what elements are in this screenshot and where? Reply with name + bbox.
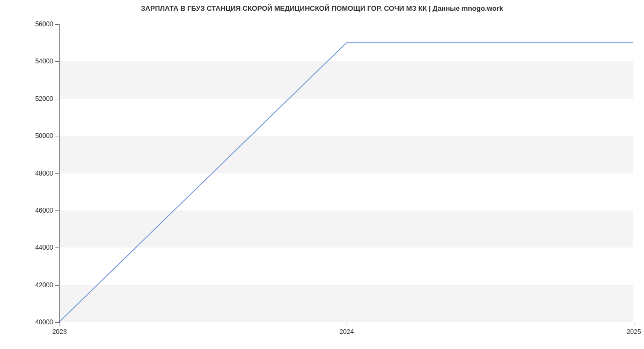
y-tick <box>55 136 60 136</box>
y-tick-label: 44000 <box>35 244 53 251</box>
x-tick-label: 2024 <box>340 328 354 336</box>
x-tick <box>60 322 60 326</box>
y-tick-label: 48000 <box>35 170 53 177</box>
y-tick-label: 40000 <box>35 318 53 326</box>
y-tick-label: 42000 <box>35 281 53 289</box>
y-tick <box>55 210 60 211</box>
y-tick-label: 56000 <box>35 20 53 28</box>
y-tick <box>55 322 60 323</box>
chart-title: ЗАРПЛАТА В ГБУЗ СТАНЦИЯ СКОРОЙ МЕДИЦИНСК… <box>0 4 644 12</box>
y-tick-label: 52000 <box>35 95 53 103</box>
y-tick-label: 54000 <box>35 57 53 65</box>
x-tick <box>347 322 347 326</box>
y-tick-label: 50000 <box>35 132 53 140</box>
y-tick <box>55 248 60 248</box>
y-tick-label: 46000 <box>35 207 53 214</box>
y-tick <box>55 24 60 25</box>
plot-area: 4000042000440004600048000500005200054000… <box>59 24 633 322</box>
x-tick-label: 2023 <box>53 328 67 336</box>
y-tick <box>55 99 60 99</box>
data-line <box>60 24 633 322</box>
y-tick <box>55 61 60 62</box>
y-tick <box>55 173 60 174</box>
x-tick <box>634 322 634 326</box>
y-tick <box>55 285 60 286</box>
x-tick-label: 2025 <box>627 328 641 336</box>
